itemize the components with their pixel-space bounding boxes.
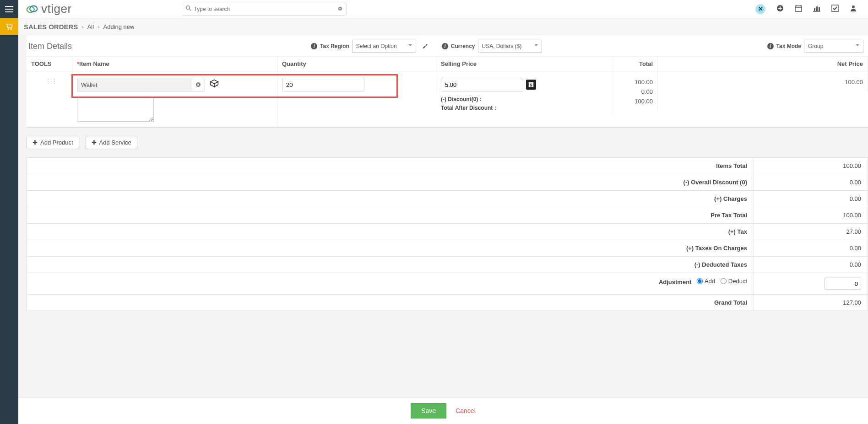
- row-discount-link[interactable]: (-) Discount(0) :: [441, 96, 482, 102]
- row-tools: ⋮⋮: [27, 71, 72, 89]
- info-icon: i: [311, 43, 317, 49]
- row-item-name: [72, 71, 277, 127]
- summary-grand-total: Grand Total 127.00: [27, 295, 868, 311]
- brand-logo[interactable]: vtiger: [25, 2, 72, 16]
- breadcrumb-module[interactable]: SALES ORDERS: [24, 23, 78, 31]
- row-after-discount-total: 100.00: [617, 97, 653, 107]
- add-icon[interactable]: [776, 5, 784, 14]
- svg-text:$: $: [530, 82, 532, 87]
- add-service-button[interactable]: ✚ Add Service: [86, 136, 137, 149]
- adjustment-value-cell: [754, 273, 868, 294]
- summary-adjustment: Adjustment Add Deduct: [27, 273, 868, 295]
- main-content: Item Details i Tax Region Select an Opti…: [18, 35, 868, 424]
- tax-region-selected: Select an Option: [356, 43, 397, 49]
- charges-value: 0.00: [754, 191, 868, 207]
- charges-link[interactable]: (+) Charges: [714, 195, 747, 202]
- drag-handle-icon[interactable]: ⋮⋮: [45, 78, 58, 85]
- extension-icon[interactable]: ✕: [755, 4, 765, 14]
- tax-link[interactable]: (+) Tax: [728, 228, 747, 235]
- product-lookup-icon[interactable]: [210, 79, 219, 91]
- adjustment-label: Adjustment: [659, 279, 692, 285]
- pricebook-icon[interactable]: $: [526, 80, 536, 90]
- search-input[interactable]: [191, 6, 338, 12]
- info-icon: i: [767, 43, 774, 49]
- save-button[interactable]: Save: [411, 403, 446, 419]
- search-dropdown-icon[interactable]: [338, 5, 342, 12]
- svg-point-15: [11, 29, 12, 30]
- cancel-button[interactable]: Cancel: [456, 403, 476, 419]
- item-description-textarea[interactable]: [77, 97, 154, 122]
- main-menu-button[interactable]: [0, 0, 18, 18]
- add-product-button[interactable]: ✚ Add Product: [27, 136, 79, 149]
- breadcrumb-all[interactable]: All: [87, 23, 94, 30]
- overall-discount-link[interactable]: (-) Overall Discount (0): [684, 179, 747, 186]
- row-selling-price: $ (-) Discount(0) : Total After Discount…: [436, 71, 612, 116]
- vtiger-logo-icon: [25, 4, 39, 15]
- items-table: TOOLS *Item Name Quantity Selling Price …: [27, 57, 868, 128]
- col-quantity-header: Quantity: [277, 57, 436, 71]
- tax-region-field: i Tax Region Select an Option: [311, 40, 428, 53]
- reports-icon[interactable]: [813, 5, 820, 14]
- col-tools-header: TOOLS: [27, 57, 72, 71]
- brand-name: vtiger: [41, 2, 72, 16]
- items-total-label: Items Total: [27, 158, 754, 174]
- col-net-price-header: Net Price: [658, 57, 868, 71]
- tasks-icon[interactable]: [831, 5, 839, 14]
- line-item-row: ⋮⋮: [27, 71, 868, 127]
- row-quantity: [277, 71, 436, 95]
- chevron-right-icon: ›: [81, 23, 83, 30]
- item-details-title: Item Details: [28, 42, 72, 51]
- svg-point-0: [186, 6, 190, 10]
- breadcrumb: SALES ORDERS › All › Adding new: [18, 18, 140, 35]
- top-right-actions: ✕: [755, 4, 868, 14]
- tax-mode-selected: Group: [808, 43, 823, 49]
- form-footer: Save Cancel: [18, 397, 868, 424]
- items-total-value: 100.00: [754, 158, 868, 174]
- currency-field: i Currency USA, Dollars ($): [442, 40, 542, 53]
- adjustment-add-radio[interactable]: [697, 278, 703, 284]
- adjustment-add-label: Add: [705, 278, 715, 284]
- totals-summary: Items Total 100.00 (-) Overall Discount …: [27, 157, 868, 311]
- svg-rect-4: [795, 6, 802, 11]
- chevron-right-icon: ›: [98, 23, 99, 30]
- calendar-icon[interactable]: [795, 5, 802, 14]
- row-after-discount-label: Total After Discount :: [441, 104, 607, 113]
- wrench-icon[interactable]: [422, 43, 428, 50]
- global-search[interactable]: [182, 3, 347, 16]
- main-layout: Item Details i Tax Region Select an Opti…: [0, 35, 868, 424]
- add-product-label: Add Product: [40, 139, 73, 146]
- deducted-taxes-link[interactable]: (-) Deducted Taxes: [694, 261, 747, 268]
- adjustment-label-cell: Adjustment Add Deduct: [27, 273, 754, 294]
- deducted-taxes-value: 0.00: [754, 257, 868, 273]
- plus-icon: ✚: [33, 139, 38, 146]
- sales-orders-module-icon[interactable]: [0, 18, 18, 35]
- user-icon[interactable]: [850, 5, 857, 14]
- adjustment-input[interactable]: [825, 278, 861, 290]
- currency-select[interactable]: USA, Dollars ($): [478, 40, 542, 53]
- row-net-price: 100.00: [658, 71, 868, 91]
- svg-rect-8: [814, 8, 815, 11]
- overall-discount-value: 0.00: [754, 174, 868, 190]
- tax-region-select[interactable]: Select an Option: [352, 40, 416, 53]
- svg-point-13: [852, 5, 855, 8]
- product-name-input[interactable]: [77, 78, 191, 91]
- currency-selected: USA, Dollars ($): [482, 43, 522, 49]
- pretax-label: Pre Tax Total: [27, 207, 754, 223]
- product-input-wrap: [77, 78, 205, 91]
- clear-product-button[interactable]: [191, 78, 205, 91]
- tax-mode-select[interactable]: Group: [804, 40, 863, 53]
- pretax-value: 100.00: [754, 207, 868, 223]
- taxes-on-charges-link[interactable]: (+) Taxes On Charges: [686, 245, 747, 252]
- summary-taxes-on-charges: (+) Taxes On Charges 0.00: [27, 240, 868, 257]
- quantity-input[interactable]: [282, 78, 364, 91]
- breadcrumb-row: SALES ORDERS › All › Adding new: [0, 18, 868, 35]
- items-table-header: TOOLS *Item Name Quantity Selling Price …: [27, 57, 868, 71]
- left-rail-top: [0, 18, 18, 35]
- row-net-price-value: 100.00: [662, 78, 863, 87]
- adjustment-deduct-radio[interactable]: [721, 278, 727, 284]
- svg-rect-12: [832, 5, 838, 11]
- summary-tax: (+) Tax 27.00: [27, 224, 868, 240]
- summary-pretax-total: Pre Tax Total 100.00: [27, 207, 868, 224]
- taxes-on-charges-value: 0.00: [754, 240, 868, 256]
- selling-price-input[interactable]: [441, 78, 523, 91]
